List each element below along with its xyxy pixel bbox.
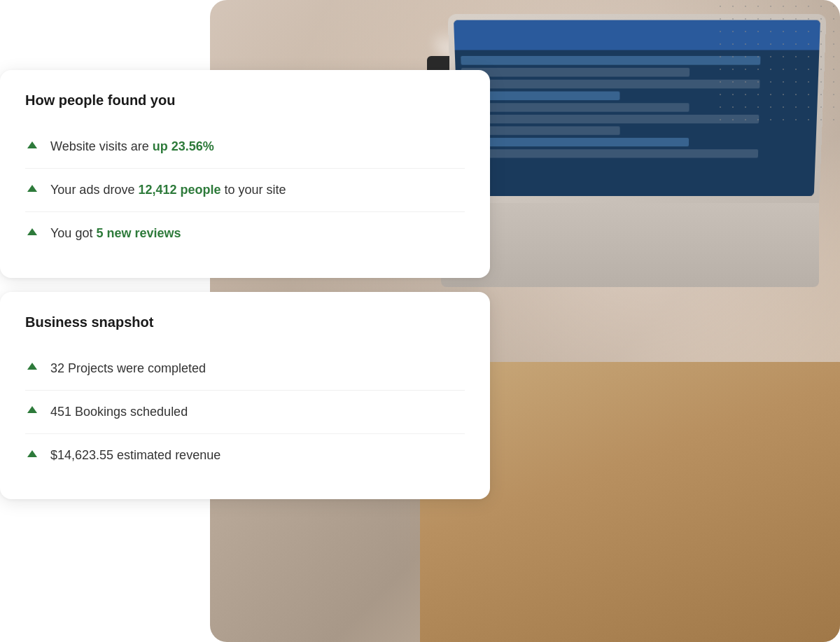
projects-text: 32 Projects were completed [50,360,206,377]
list-item: Website visits are up 23.56% [25,125,465,169]
business-snapshot-card: Business snapshot 32 Projects were compl… [0,292,490,500]
up-arrow-icon [25,449,39,463]
laptop-base [441,203,819,287]
scene: How people found you Website visits are … [0,0,840,642]
up-arrow-icon [25,227,39,241]
website-visits-highlight: up 23.56% [153,139,214,153]
card1-title: How people found you [25,92,465,109]
revenue-text: $14,623.55 estimated revenue [50,447,220,464]
ads-drove-text: Your ads drove 12,412 people to your sit… [50,181,286,199]
dot-pattern [700,0,840,140]
up-arrow-icon [25,405,39,419]
screen-row [461,68,690,77]
list-item: 32 Projects were completed [25,347,465,391]
card2-title: Business snapshot [25,314,465,330]
list-item: Your ads drove 12,412 people to your sit… [25,169,465,212]
new-reviews-highlight: 5 new reviews [96,226,181,240]
up-arrow-icon [25,140,39,154]
up-arrow-icon [25,183,39,197]
list-item: $14,623.55 estimated revenue [25,434,465,477]
screen-row [463,138,689,146]
how-people-found-card: How people found you Website visits are … [0,70,490,278]
ads-drove-highlight: 12,412 people [138,183,220,197]
new-reviews-text: You got 5 new reviews [50,225,181,242]
screen-row [463,103,690,111]
bookings-text: 451 Bookings scheduled [50,403,188,421]
list-item: 451 Bookings scheduled [25,391,465,434]
website-visits-text: Website visits are up 23.56% [50,138,214,155]
cards-container: How people found you Website visits are … [0,70,490,499]
screen-row [464,149,758,158]
up-arrow-icon [25,361,39,375]
list-item: You got 5 new reviews [25,212,465,255]
